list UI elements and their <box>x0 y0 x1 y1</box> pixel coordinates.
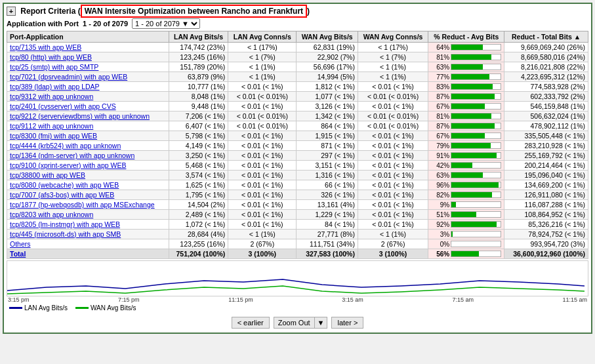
wan-bits-val: 1,229 (< 1%) <box>297 210 358 220</box>
pct-reduct-bar: 64% <box>428 43 504 52</box>
bar-background <box>451 251 501 257</box>
wan-conn-val: < 1 (1%) <box>358 72 428 82</box>
pct-text: 83% <box>431 83 449 91</box>
lan-conn-val: < 0.01 (< 1%) <box>228 200 297 210</box>
lan-conn-val: 2 (67%) <box>228 239 297 249</box>
chart-area <box>7 260 588 296</box>
lan-legend-label: LAN Avg Bits/s <box>24 304 68 312</box>
wan-bits-val: 1,812 (< 1%) <box>297 82 358 92</box>
lan-conn-val: < 1 (1%) <box>228 62 297 72</box>
bar-fill <box>451 192 492 197</box>
table-row-name[interactable]: tcp/7021 (dpsrveadmin) with app WEB <box>7 72 169 82</box>
table-row-name[interactable]: tcp/8205 (lm-instmgr) with app WEB <box>7 220 169 230</box>
lan-bits-val: 3,574 (< 1%) <box>169 171 228 180</box>
wan-bits-val: 22,902 (7%) <box>297 52 358 62</box>
pct-text: 67% <box>431 132 449 140</box>
earlier-button[interactable]: < earlier <box>232 317 270 329</box>
range-dropdown[interactable]: 1 - 20 of 2079 ▼ <box>132 18 200 29</box>
table-row-name[interactable]: tcp/2401 (cvsserver) with app CVS <box>7 102 169 111</box>
wan-conn-val: 3 (100%) <box>358 249 428 259</box>
table-row-name[interactable]: tcp/8080 (webcache) with app WEB <box>7 180 169 190</box>
bar-fill <box>451 212 476 217</box>
col-wan-bits: WAN Avg Bits/s <box>297 31 358 43</box>
table-row-name[interactable]: tcp/7135 with app WEB <box>7 43 169 52</box>
wan-bits-val: 66 (< 1%) <box>297 180 358 190</box>
total-bits-val: 108,864,952 (< 1%) <box>504 210 588 220</box>
bar-fill <box>451 64 482 70</box>
wan-conn-val: < 0.01 (< 1%) <box>358 131 428 141</box>
lan-bits-val: 7,206 (< 1%) <box>169 111 228 121</box>
lan-conn-val: < 0.01 (< 1%) <box>228 171 297 180</box>
chart-time-labels: 3:15 pm 7:15 pm 11:15 pm 3:15 am 7:15 am… <box>7 296 588 303</box>
pct-reduct-bar: 77% <box>428 72 504 82</box>
table-row-name[interactable]: tcp/1364 (ndm-server) with app unknown <box>7 151 169 161</box>
pct-reduct-bar: 51% <box>428 210 504 220</box>
wan-bits-val: 1,915 (< 1%) <box>297 131 358 141</box>
table-row-name[interactable]: tcp/80 (http) with app WEB <box>7 52 169 62</box>
col-total-bits: Reduct - Total Bits ▲ <box>504 31 588 43</box>
table-row-name[interactable]: tcp/445 (microsoft-ds) with app SMB <box>7 230 169 239</box>
wan-bits-val: 327,583 (100%) <box>297 249 358 259</box>
wan-conn-val: 2 (67%) <box>358 239 428 249</box>
total-bits-val: 126,911,080 (< 1%) <box>504 190 588 200</box>
lan-conn-val: < 0.01 (< 1%) <box>228 131 297 141</box>
table-row-name[interactable]: tcp/1877 (hp-webqosdb) with app MSExchan… <box>7 200 169 210</box>
table-row-name[interactable]: tcp/9112 with app unknown <box>7 121 169 131</box>
bar-fill <box>451 163 472 168</box>
bar-background <box>451 162 501 169</box>
bar-fill <box>451 202 456 207</box>
wan-bits-val: 1,077 (< 1%) <box>297 92 358 102</box>
table-row-name[interactable]: tcp/25 (smtp) with app SMTP <box>7 62 169 72</box>
table-row-name[interactable]: tcp/9100 (xprint-server) with app WEB <box>7 161 169 171</box>
expand-icon[interactable]: + <box>7 7 16 16</box>
col-wan-conns: WAN Avg Conns/s <box>358 31 428 43</box>
pct-reduct-bar: 63% <box>428 171 504 180</box>
pct-text: 87% <box>431 123 449 130</box>
wan-bits-val: 871 (< 1%) <box>297 141 358 151</box>
wan-legend: WAN Avg Bits/s <box>75 304 136 312</box>
wan-conn-val: < 0.01 (< 1%) <box>358 180 428 190</box>
total-bits-val: 774,583,928 (2%) <box>504 82 588 92</box>
bar-fill <box>451 74 489 79</box>
total-bits-val: 602,333,792 (2%) <box>504 92 588 102</box>
table-row-name[interactable]: tcp/7007 (afs3-bos) with app WEB <box>7 190 169 200</box>
pct-reduct-bar: 83% <box>428 82 504 92</box>
pct-reduct-bar: 63% <box>428 62 504 72</box>
bar-background <box>451 221 501 228</box>
bar-background <box>451 93 501 100</box>
time-label-2: 11:15 pm <box>228 296 253 303</box>
lan-bits-val: 8,048 (1%) <box>169 92 228 102</box>
total-bits-val: 134,669,200 (< 1%) <box>504 180 588 190</box>
chart-svg <box>7 261 588 296</box>
table-row-name[interactable]: tcp/9212 (serverviewdbms) with app unkno… <box>7 111 169 121</box>
wan-conn-val: < 0.01 (< 1%) <box>358 161 428 171</box>
total-bits-val: 78,924,752 (< 1%) <box>504 230 588 239</box>
wan-conn-val: < 1 (7%) <box>358 52 428 62</box>
wan-bits-val: 326 (< 1%) <box>297 190 358 200</box>
table-row-name[interactable]: tcp/38800 with app WEB <box>7 171 169 180</box>
lan-bits-val: 5,468 (< 1%) <box>169 161 228 171</box>
app-header-range: 1 - 20 of 2079 <box>83 20 128 28</box>
lan-conn-val: < 1 (1%) <box>228 72 297 82</box>
table-row-name[interactable]: tcp/8300 (fmi) with app WEB <box>7 131 169 141</box>
zoom-btn-group: Zoom Out ▼ <box>274 317 328 329</box>
zoom-out-button[interactable]: Zoom Out <box>274 317 314 329</box>
time-label-3: 3:15 am <box>342 296 363 303</box>
lan-bits-val: 151,789 (20%) <box>169 62 228 72</box>
bar-fill <box>451 143 490 148</box>
zoom-arrow-button[interactable]: ▼ <box>314 317 328 329</box>
later-button[interactable]: later > <box>331 317 363 329</box>
lan-conn-val: < 0.01 (< 1%) <box>228 220 297 230</box>
pct-text: 63% <box>431 172 449 179</box>
table-row-name[interactable]: tcp/9312 with app unknown <box>7 92 169 102</box>
bar-background <box>451 182 501 188</box>
lan-conn-val: < 0.01 (< 0.01%) <box>228 111 297 121</box>
bar-fill <box>451 182 499 188</box>
total-bits-val: 8,669,580,016 (24%) <box>504 52 588 62</box>
data-table: Port-Application LAN Avg Bits/s LAN Avg … <box>7 31 588 259</box>
table-row-name[interactable]: tcp/389 (ldap) with app LDAP <box>7 82 169 92</box>
table-row-name[interactable]: tcp/8203 with app unknown <box>7 210 169 220</box>
bar-background <box>451 103 501 110</box>
bar-background <box>451 113 501 119</box>
table-row-name[interactable]: tcp/4444 (krb524) with app unknown <box>7 141 169 151</box>
